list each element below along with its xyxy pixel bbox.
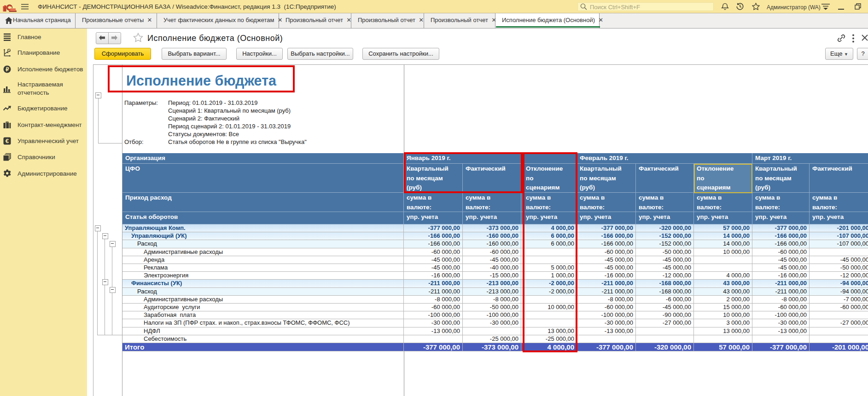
svg-text:€: € [6,138,9,144]
svg-text:₽: ₽ [6,66,9,72]
